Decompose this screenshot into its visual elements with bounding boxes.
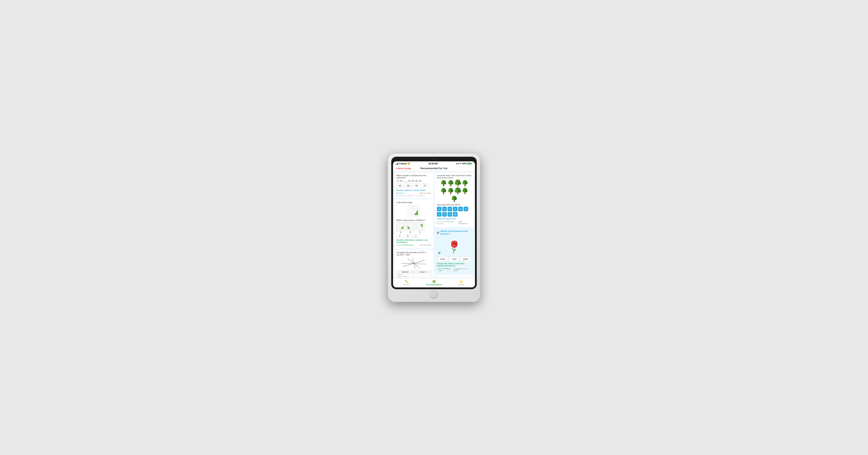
shape-question: Which image shows a reflection?: [396, 219, 431, 221]
word-choice-poke[interactable]: poke: [461, 257, 471, 261]
sequence-link[interactable]: Number patterns: mixed review: [396, 189, 431, 191]
word-star-icon: ✦: [437, 268, 438, 271]
refl-option-c: C: [416, 222, 424, 233]
svg-rect-32: [457, 192, 458, 194]
geometry-diagram: [396, 257, 431, 269]
silent-e-link[interactable]: Choose the silent e word that matches th…: [437, 262, 472, 267]
ans-btn-a[interactable]: A: [396, 234, 403, 238]
nav-recommendations[interactable]: 🌿 Recommendations: [420, 280, 447, 286]
battery-fill: [467, 163, 470, 164]
tree-3[interactable]: [455, 180, 461, 187]
svg-point-11: [450, 181, 453, 184]
count-btn-10[interactable]: 10: [453, 212, 458, 217]
count-btn-9[interactable]: 9: [447, 212, 452, 217]
status-left: T-Mobile 📶: [396, 163, 410, 165]
ans-btn-b[interactable]: B: [404, 234, 411, 238]
proof-prompt: Complete the proof that m∠RTU + m∠XRY = …: [396, 251, 431, 256]
count-btn-8[interactable]: 8: [442, 212, 447, 217]
count-btn-6[interactable]: 6: [464, 207, 468, 211]
proof-table: Statement 1 10 × 32 2 ∠BTY = ∠XTK Reason: [396, 271, 431, 277]
sequence-display: 70, 68, ___, 64, 62, 60, 58: [396, 180, 431, 182]
count-btn-4[interactable]: 4: [453, 207, 458, 211]
user-profile[interactable]: ♥ Molly Brady: [396, 167, 411, 170]
seq-option-66[interactable]: 66: [396, 183, 404, 188]
wifi-status-icon: ⊕: [458, 163, 460, 165]
because-text: Because you excelled in A.5 on April 16: [396, 195, 431, 197]
svg-rect-8: [443, 184, 444, 187]
heart-icon: ♥: [396, 167, 397, 170]
trees-from-row: From the diagnostic arena Math | Kinderg…: [437, 220, 472, 225]
svg-point-35: [464, 189, 467, 192]
tree-1[interactable]: [440, 180, 447, 187]
word-try-new-text: Try something new: [439, 267, 454, 272]
right-column: Count the trees. Click each tree to keep…: [435, 172, 474, 277]
tree-6[interactable]: [447, 188, 454, 195]
battery-bar: [467, 163, 471, 165]
trees-grade: Math | Kindergarten: [458, 221, 472, 225]
seq-option-69[interactable]: 69: [405, 183, 412, 188]
refl-label-b: B: [410, 231, 411, 233]
svg-point-27: [450, 189, 453, 192]
tree-4[interactable]: [462, 180, 468, 187]
rose-image-area: 🔊: [437, 236, 472, 255]
word-choices: nose rose poke: [437, 257, 472, 261]
tree-8[interactable]: [462, 188, 468, 195]
seq-option-59[interactable]: 59: [413, 183, 420, 188]
trees-instruction: Count the trees. Click each tree to keep…: [437, 174, 472, 179]
recommendations-icon: 🌿: [432, 280, 436, 283]
carrier-label: T-Mobile: [399, 163, 407, 165]
home-button[interactable]: [430, 291, 438, 298]
svg-rect-16: [457, 184, 458, 187]
screen: T-Mobile 📶 10:35 AM ◎ ⊕ ✦ 100% +: [393, 161, 475, 287]
proof-row1-statement: 1 10 × 32: [397, 273, 414, 276]
wifi-icon: 📶: [408, 163, 410, 165]
seq-option-67[interactable]: 67: [421, 183, 428, 188]
refl-label-a: A: [400, 231, 401, 233]
sequence-grade: Math | 4th grade: [420, 192, 431, 194]
practice-icon: ✏️: [405, 280, 408, 283]
main-content: Which number is missing from this sequen…: [393, 171, 475, 278]
svg-rect-36: [464, 192, 465, 194]
sequence-next-up-row: Next up Math | 4th grade: [396, 191, 431, 195]
tree-7[interactable]: [455, 188, 461, 195]
count-btn-3[interactable]: 3: [447, 207, 452, 211]
sequence-question: Which number is missing from this sequen…: [396, 174, 431, 179]
reflection-options: A B: [396, 222, 431, 233]
reflections-link[interactable]: Identify reflections, rotations, and tra…: [396, 239, 431, 243]
device-frame: T-Mobile 📶 10:35 AM ◎ ⊕ ✦ 100% +: [388, 153, 480, 302]
count-btn-2[interactable]: 2: [442, 207, 447, 211]
next-up-label[interactable]: Next up: [396, 192, 404, 194]
word-choice-nose[interactable]: nose: [438, 257, 448, 261]
count-btn-5[interactable]: 5: [458, 207, 463, 211]
tree-9[interactable]: [451, 195, 458, 202]
svg-point-4: [413, 263, 414, 264]
tree-2[interactable]: [447, 180, 454, 187]
word-card-header: 🔊 Which word matches the picture?: [437, 230, 472, 235]
answer-buttons: A B C: [396, 234, 431, 238]
ans-btn-c[interactable]: C: [413, 234, 420, 238]
speaker-icon[interactable]: 🔊: [437, 231, 440, 234]
svg-point-15: [457, 182, 461, 185]
rose-image: [447, 238, 461, 254]
svg-point-47: [454, 242, 455, 244]
trees-from-label: From the diagnostic arena: [437, 221, 458, 225]
sequence-card: Which number is missing from this sequen…: [394, 172, 433, 198]
nav-practice[interactable]: ✏️ Practice: [393, 280, 420, 286]
tree-5[interactable]: [440, 188, 447, 195]
awards-label: Awards: [458, 284, 464, 286]
try-new-label[interactable]: ✦ Try something new: [396, 244, 413, 246]
sequence-options: 66 69 59 67: [396, 183, 431, 188]
word-choice-rose[interactable]: rose: [449, 257, 459, 261]
device-inner: T-Mobile 📶 10:35 AM ◎ ⊕ ✦ 100% +: [391, 157, 477, 289]
svg-point-31: [457, 190, 461, 193]
word-try-new-row: ✦ Try something new Language Arts | 1st …: [437, 267, 472, 272]
refl-option-a: A: [396, 222, 405, 233]
triangle-shape: [414, 210, 418, 215]
count-btn-7[interactable]: 7: [437, 212, 441, 217]
trees-link[interactable]: Learn to count to 10: [437, 218, 472, 220]
speaker-small-icon[interactable]: 🔊: [438, 251, 441, 254]
nav-awards[interactable]: ⭐ Awards: [448, 280, 475, 286]
charging-icon: +: [471, 163, 472, 165]
word-try-new-label[interactable]: ✦ Try something new: [437, 267, 454, 272]
count-btn-1[interactable]: 1: [437, 207, 441, 211]
